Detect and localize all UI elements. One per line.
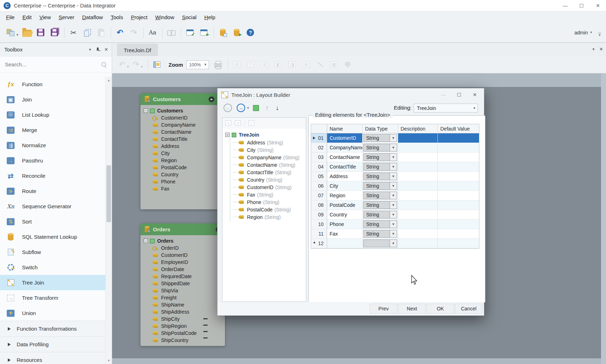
data-type-cell[interactable]: String▼	[363, 229, 398, 239]
deploy-button[interactable]	[217, 26, 228, 39]
add-element-icon[interactable]: ＋	[225, 120, 231, 126]
default-value-cell[interactable]	[438, 133, 479, 143]
add-collection-icon[interactable]: ＋	[235, 120, 241, 126]
node-field-companyname[interactable]: CompanyName	[144, 121, 218, 128]
grid-row-12[interactable]: 12*▼	[311, 239, 479, 248]
collapse-expander-icon[interactable]	[225, 133, 230, 137]
menu-view[interactable]: View	[35, 12, 55, 22]
menu-edit[interactable]: Edit	[18, 12, 35, 22]
toolbox-item-reconcile[interactable]: Reconcile	[0, 168, 105, 183]
next-button[interactable]: Next	[398, 304, 426, 314]
chevron-down-icon[interactable]: ▼	[16, 33, 19, 37]
toolbox-section-data-profiling[interactable]: Data Profiling	[0, 336, 105, 352]
tree-item-city[interactable]: City(String)	[225, 146, 306, 154]
menu-social[interactable]: Social	[178, 12, 200, 22]
name-cell[interactable]: Region	[327, 191, 363, 200]
scroll-up-icon[interactable]: ▲	[106, 77, 112, 83]
chevron-down-icon[interactable]: ▼	[390, 211, 397, 219]
name-cell[interactable]: Country	[327, 210, 363, 220]
zoom-select[interactable]: 100%▼	[186, 60, 209, 69]
canvas-right-scrollbar[interactable]	[601, 73, 606, 364]
data-type-cell[interactable]: ▼	[363, 239, 398, 248]
menu-server[interactable]: Server	[55, 12, 78, 22]
node-field-shipaddress[interactable]: ShipAddress	[144, 308, 225, 315]
toolbox-item-union[interactable]: Union	[0, 305, 105, 321]
tree-item-region[interactable]: Region(String)	[225, 213, 306, 221]
column-header-name[interactable]: Name	[327, 124, 363, 133]
data-type-select[interactable]: ▼	[363, 239, 397, 247]
editing-node-select[interactable]: TreeJoin ▼	[414, 104, 478, 112]
data-type-cell[interactable]: String▼	[363, 172, 398, 181]
row-header-10[interactable]: 10	[311, 220, 327, 229]
chevron-down-icon[interactable]: ▼	[390, 172, 397, 180]
dialog-maximize-button[interactable]: ☐	[451, 89, 467, 100]
default-value-cell[interactable]	[438, 229, 479, 239]
data-type-cell[interactable]: String▼	[363, 210, 398, 220]
canvas-bottom-scrollbar[interactable]	[112, 358, 601, 364]
chevron-down-icon[interactable]: ▼	[390, 134, 397, 142]
data-type-cell[interactable]: String▼	[363, 220, 398, 229]
row-header-04[interactable]: 04	[311, 162, 327, 172]
user-menu[interactable]: admin▼	[572, 28, 595, 37]
menu-tools[interactable]: Tools	[107, 12, 127, 22]
preview-button[interactable]	[198, 26, 210, 39]
data-type-select[interactable]: String▼	[363, 163, 397, 171]
row-header-11[interactable]: 11	[311, 229, 327, 239]
font-button[interactable]	[147, 26, 158, 39]
data-type-cell[interactable]: String▼	[363, 191, 398, 200]
toolbox-item-normalize[interactable]: Normalize	[0, 138, 105, 153]
grid-row-10[interactable]: 10PhoneString▼	[311, 220, 479, 229]
toolbox-item-list-lookup[interactable]: List Lookup	[0, 107, 105, 122]
default-value-cell[interactable]	[438, 210, 479, 220]
node-field-shipvia[interactable]: ShipVia	[144, 287, 225, 294]
toolbar-overflow-icon[interactable]: ▼	[597, 33, 602, 39]
node-tree-root[interactable]: Customers	[144, 107, 218, 114]
name-cell[interactable]: Address	[327, 172, 363, 181]
node-field-freight[interactable]: Freight	[144, 294, 225, 301]
node-field-shipname[interactable]: ShipName	[144, 301, 225, 308]
menu-dataflow[interactable]: Dataflow	[78, 12, 107, 22]
toolbox-item-switch[interactable]: Switch	[0, 260, 105, 275]
toolbox-section-resources[interactable]: Resources	[0, 352, 105, 364]
delete-element-icon[interactable]: −	[248, 120, 254, 126]
node-field-postalcode[interactable]: PostalCode	[144, 164, 218, 171]
row-header-01[interactable]: 01	[311, 133, 327, 143]
grid-row-09[interactable]: 09CountryString▼	[311, 210, 479, 220]
name-cell[interactable]: ContactName	[327, 153, 363, 162]
new-dataflow-button[interactable]: ▼	[6, 26, 19, 39]
default-value-cell[interactable]	[438, 143, 479, 153]
grid-row-01[interactable]: 01CustomerIDString▼	[311, 133, 479, 143]
grid-row-05[interactable]: 05AddressString▼	[311, 172, 479, 181]
save-all-button[interactable]	[49, 26, 60, 39]
node-field-country[interactable]: Country	[144, 171, 218, 178]
node-field-orderdate[interactable]: OrderDate	[144, 266, 225, 273]
grid-row-02[interactable]: 02CompanyNameString▼	[311, 143, 479, 153]
collapse-node-icon[interactable]	[209, 96, 214, 102]
data-type-cell[interactable]: String▼	[363, 143, 398, 153]
node-field-shippostalcode[interactable]: ShipPostalCode	[144, 330, 225, 337]
tree-item-customerid[interactable]: CustomerID(String)	[225, 183, 306, 191]
menu-project[interactable]: Project	[127, 12, 152, 22]
tab-close-icon[interactable]: ✕	[599, 46, 603, 52]
default-value-cell[interactable]	[438, 162, 479, 172]
tree-item-contacttitle[interactable]: ContactTitle(String)	[225, 169, 306, 176]
collapse-expander-icon[interactable]	[144, 239, 148, 243]
description-cell[interactable]	[398, 162, 438, 172]
undo-button[interactable]	[114, 26, 126, 39]
menu-window[interactable]: Window	[152, 12, 178, 22]
chevron-down-icon[interactable]: ▼	[390, 230, 397, 238]
data-type-select[interactable]: String▼	[363, 230, 397, 238]
description-cell[interactable]	[398, 172, 438, 181]
grid-row-04[interactable]: 04ContactTitleString▼	[311, 162, 479, 172]
data-type-select[interactable]: String▼	[363, 144, 397, 151]
close-button[interactable]: ✕	[590, 0, 606, 11]
grid-row-07[interactable]: 07RegionString▼	[311, 191, 479, 200]
default-value-cell[interactable]	[438, 153, 479, 162]
data-type-select[interactable]: String▼	[363, 182, 397, 190]
row-header-03[interactable]: 03	[311, 153, 327, 162]
row-header-09[interactable]: 09	[311, 210, 327, 220]
cancel-button[interactable]: Cancel	[455, 304, 483, 314]
description-cell[interactable]	[398, 191, 438, 200]
tree-item-postalcode[interactable]: PostalCode(String)	[225, 206, 306, 213]
data-type-select[interactable]: String▼	[363, 192, 397, 199]
